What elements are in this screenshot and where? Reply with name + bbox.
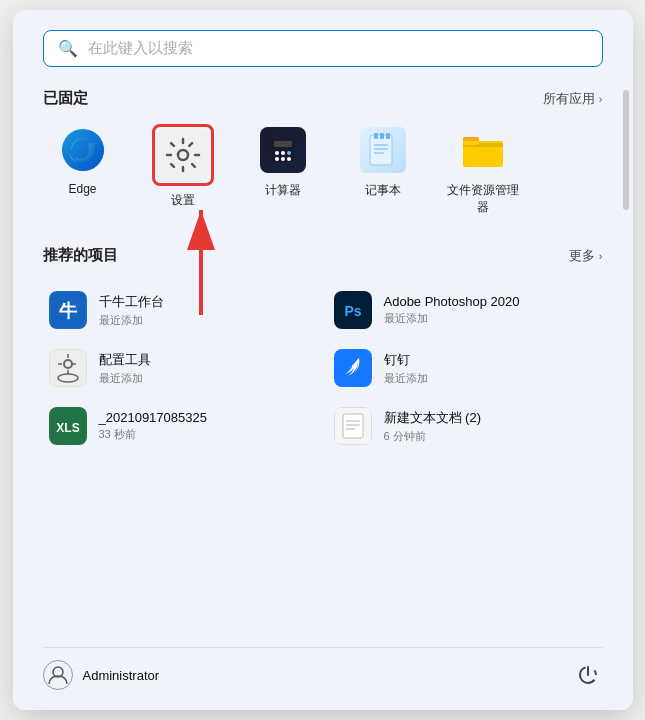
calculator-icon [260, 127, 306, 173]
svg-point-0 [61, 129, 103, 171]
edge-icon-wrapper [57, 124, 109, 176]
textfile-text: 新建文本文档 (2) 6 分钟前 [384, 409, 482, 444]
dingtalk-time: 最近添加 [384, 371, 428, 386]
calculator-icon-wrapper [257, 124, 309, 176]
recommended-items: 牛 千牛工作台 最近添加 Ps Adobe Photoshop 2020 最近添… [43, 281, 603, 455]
config-time: 最近添加 [99, 371, 151, 386]
all-apps-label: 所有应用 [543, 90, 595, 108]
notepad-icon [360, 127, 406, 173]
textfile-time: 6 分钟前 [384, 429, 482, 444]
svg-point-5 [281, 151, 285, 155]
config-name: 配置工具 [99, 351, 151, 369]
user-info[interactable]: Administrator [43, 660, 160, 690]
settings-label: 设置 [171, 192, 195, 209]
rec-item-dingtalk[interactable]: 钉钉 最近添加 [328, 339, 603, 397]
photoshop-name: Adobe Photoshop 2020 [384, 294, 520, 309]
chevron-right-icon: › [599, 93, 603, 105]
svg-point-9 [287, 157, 291, 161]
svg-rect-33 [343, 414, 363, 438]
svg-text:Ps: Ps [344, 303, 361, 319]
svg-text:XLS: XLS [56, 421, 79, 435]
qianniu-icon: 牛 [49, 291, 87, 329]
rec-row-3: XLS _20210917085325 33 秒前 [43, 397, 603, 455]
rec-item-textfile[interactable]: 新建文本文档 (2) 6 分钟前 [328, 397, 603, 455]
settings-icon-wrapper [157, 129, 209, 181]
notepad-icon-wrapper [357, 124, 409, 176]
dingtalk-text: 钉钉 最近添加 [384, 351, 428, 386]
more-link[interactable]: 更多 › [569, 247, 603, 265]
settings-highlight-border [152, 124, 214, 186]
edge-icon [60, 127, 106, 173]
pinned-section-header: 已固定 所有应用 › [43, 89, 603, 108]
svg-point-8 [281, 157, 285, 161]
app-notepad[interactable]: 记事本 [343, 124, 423, 216]
power-button[interactable] [573, 660, 603, 690]
search-placeholder: 在此键入以搜索 [88, 39, 193, 58]
explorer-icon-wrapper [457, 124, 509, 176]
dingtalk-name: 钉钉 [384, 351, 428, 369]
photoshop-time: 最近添加 [384, 311, 520, 326]
svg-rect-13 [386, 133, 390, 139]
qianniu-name: 千牛工作台 [99, 293, 164, 311]
photoshop-icon: Ps [334, 291, 372, 329]
more-label: 更多 [569, 247, 595, 265]
rec-item-excel[interactable]: XLS _20210917085325 33 秒前 [43, 397, 318, 455]
recommended-header: 推荐的项目 更多 › [43, 246, 603, 265]
excel-time: 33 秒前 [99, 427, 207, 442]
rec-item-photoshop[interactable]: Ps Adobe Photoshop 2020 最近添加 [328, 281, 603, 339]
rec-item-qianniu[interactable]: 牛 千牛工作台 最近添加 [43, 281, 318, 339]
recommended-section: 推荐的项目 更多 › 牛 千牛工作台 最近添加 [43, 246, 603, 455]
rec-row-1: 牛 千牛工作台 最近添加 Ps Adobe Photoshop 2020 最近添… [43, 281, 603, 339]
chevron-right-icon-2: › [599, 250, 603, 262]
dingtalk-icon [334, 349, 372, 387]
svg-point-7 [275, 157, 279, 161]
qianniu-text: 千牛工作台 最近添加 [99, 293, 164, 328]
pinned-title: 已固定 [43, 89, 88, 108]
excel-name: _20210917085325 [99, 410, 207, 425]
rec-item-config[interactable]: 配置工具 最近添加 [43, 339, 318, 397]
svg-rect-12 [380, 133, 384, 139]
photoshop-text: Adobe Photoshop 2020 最近添加 [384, 294, 520, 326]
pinned-apps: Edge 设置 [43, 124, 603, 216]
bottom-bar: Administrator [43, 647, 603, 690]
user-name: Administrator [83, 668, 160, 683]
search-icon: 🔍 [58, 39, 78, 58]
svg-rect-10 [370, 135, 392, 165]
start-menu: 🔍 在此键入以搜索 已固定 所有应用 › [13, 10, 633, 710]
textfile-name: 新建文本文档 (2) [384, 409, 482, 427]
qianniu-time: 最近添加 [99, 313, 164, 328]
app-explorer[interactable]: 文件资源管理器 [443, 124, 523, 216]
app-calculator[interactable]: 计算器 [243, 124, 323, 216]
textfile-icon [334, 407, 372, 445]
calculator-label: 计算器 [265, 182, 301, 199]
svg-rect-19 [463, 137, 479, 141]
app-settings[interactable]: 设置 [143, 124, 223, 216]
notepad-label: 记事本 [365, 182, 401, 199]
excel-icon: XLS [49, 407, 87, 445]
svg-text:牛: 牛 [59, 301, 78, 321]
search-bar[interactable]: 🔍 在此键入以搜索 [43, 30, 603, 67]
user-avatar [43, 660, 73, 690]
recommended-title: 推荐的项目 [43, 246, 118, 265]
rec-row-2: 配置工具 最近添加 钉钉 最近添加 [43, 339, 603, 397]
excel-text: _20210917085325 33 秒前 [99, 410, 207, 442]
scrollbar[interactable] [623, 90, 629, 210]
explorer-label: 文件资源管理器 [443, 182, 523, 216]
svg-point-6 [287, 151, 291, 155]
svg-rect-3 [274, 141, 292, 147]
all-apps-link[interactable]: 所有应用 › [543, 90, 603, 108]
svg-point-4 [275, 151, 279, 155]
svg-rect-11 [374, 133, 378, 139]
config-text: 配置工具 最近添加 [99, 351, 151, 386]
app-edge[interactable]: Edge [43, 124, 123, 216]
settings-icon [165, 137, 201, 173]
edge-label: Edge [68, 182, 96, 196]
config-icon [49, 349, 87, 387]
svg-point-1 [178, 150, 188, 160]
explorer-icon [460, 127, 506, 173]
